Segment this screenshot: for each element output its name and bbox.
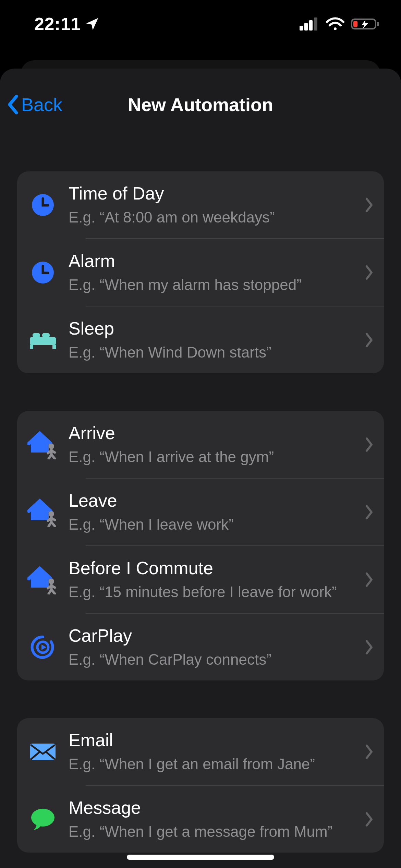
trigger-title: Sleep (69, 318, 358, 339)
trigger-row-before-commute[interactable]: Before I Commute E.g. “15 minutes before… (17, 546, 384, 613)
chevron-left-icon (6, 94, 19, 115)
trigger-subtitle: E.g. “When I arrive at the gym” (69, 447, 358, 466)
trigger-row-alarm[interactable]: Alarm E.g. “When my alarm has stopped” (17, 239, 384, 306)
chevron-right-icon (365, 437, 374, 452)
back-label: Back (21, 94, 62, 115)
trigger-subtitle: E.g. “When I get an email from Jane” (69, 755, 358, 773)
status-bar: 22:11 (0, 0, 401, 48)
trigger-row-carplay[interactable]: CarPlay E.g. “When CarPlay connects” (17, 614, 384, 680)
trigger-row-email[interactable]: Email E.g. “When I get an email from Jan… (17, 718, 384, 785)
trigger-title: Email (69, 730, 358, 750)
trigger-title: Time of Day (69, 183, 358, 204)
chevron-right-icon (365, 197, 374, 213)
svg-rect-1 (304, 23, 308, 31)
trigger-row-time-of-day[interactable]: Time of Day E.g. “At 8:00 am on weekdays… (17, 171, 384, 238)
trigger-subtitle: E.g. “When I get a message from Mum” (69, 822, 358, 841)
svg-rect-2 (309, 20, 313, 31)
trigger-subtitle: E.g. “At 8:00 am on weekdays” (69, 208, 358, 227)
svg-rect-7 (353, 21, 357, 27)
mail-icon (27, 742, 58, 761)
status-indicators (300, 17, 380, 31)
trigger-subtitle: E.g. “When CarPlay connects” (69, 650, 358, 669)
svg-rect-10 (33, 333, 40, 337)
svg-rect-3 (314, 17, 317, 31)
trigger-group-time: Time of Day E.g. “At 8:00 am on weekdays… (17, 171, 384, 373)
trigger-title: CarPlay (69, 625, 358, 646)
svg-rect-6 (377, 22, 379, 26)
trigger-row-sleep[interactable]: Sleep E.g. “When Wind Down starts” (17, 306, 384, 373)
trigger-title: Alarm (69, 251, 358, 271)
svg-rect-14 (52, 345, 56, 349)
clock-icon (27, 193, 58, 217)
wifi-icon (326, 17, 345, 31)
chevron-right-icon (365, 265, 374, 280)
chevron-right-icon (365, 505, 374, 520)
trigger-subtitle: E.g. “When my alarm has stopped” (69, 275, 358, 294)
trigger-row-message[interactable]: Message E.g. “When I get a message from … (17, 786, 384, 853)
trigger-title: Arrive (69, 423, 358, 443)
trigger-row-leave[interactable]: Leave E.g. “When I leave work” (17, 479, 384, 545)
nav-bar: Back New Automation (0, 82, 401, 127)
house-leave-icon (27, 497, 58, 527)
trigger-subtitle: E.g. “When I leave work” (69, 515, 358, 534)
clock-icon (27, 261, 58, 285)
cellular-icon (300, 17, 319, 31)
trigger-title: Before I Commute (69, 558, 358, 578)
chevron-right-icon (365, 640, 374, 655)
modal-sheet: Back New Automation Time of Day E.g. “At… (0, 69, 401, 868)
svg-rect-13 (30, 345, 33, 349)
svg-rect-0 (300, 26, 303, 31)
status-time-group: 22:11 (34, 14, 99, 34)
svg-point-20 (31, 809, 54, 827)
house-arrive-icon (27, 430, 58, 459)
trigger-subtitle: E.g. “When Wind Down starts” (69, 343, 358, 362)
trigger-group-communication: Email E.g. “When I get an email from Jan… (17, 718, 384, 853)
carplay-icon (27, 635, 58, 660)
status-time: 22:11 (34, 14, 81, 34)
trigger-row-arrive[interactable]: Arrive E.g. “When I arrive at the gym” (17, 411, 384, 478)
chevron-right-icon (365, 333, 374, 348)
svg-point-4 (334, 27, 337, 30)
svg-rect-11 (42, 333, 50, 337)
trigger-title: Message (69, 797, 358, 818)
home-indicator[interactable] (127, 855, 274, 860)
trigger-title: Leave (69, 490, 358, 511)
house-commute-icon (27, 565, 58, 594)
bed-icon (27, 330, 58, 350)
trigger-subtitle: E.g. “15 minutes before I leave for work… (69, 582, 358, 601)
chevron-right-icon (365, 572, 374, 587)
battery-icon (351, 17, 380, 31)
chevron-right-icon (365, 812, 374, 827)
svg-rect-12 (30, 337, 56, 345)
location-icon (85, 17, 99, 31)
trigger-group-location: Arrive E.g. “When I arrive at the gym” L (17, 411, 384, 680)
back-button[interactable]: Back (6, 94, 62, 115)
message-icon (27, 808, 58, 831)
chevron-right-icon (365, 744, 374, 759)
trigger-list: Time of Day E.g. “At 8:00 am on weekdays… (0, 127, 401, 853)
